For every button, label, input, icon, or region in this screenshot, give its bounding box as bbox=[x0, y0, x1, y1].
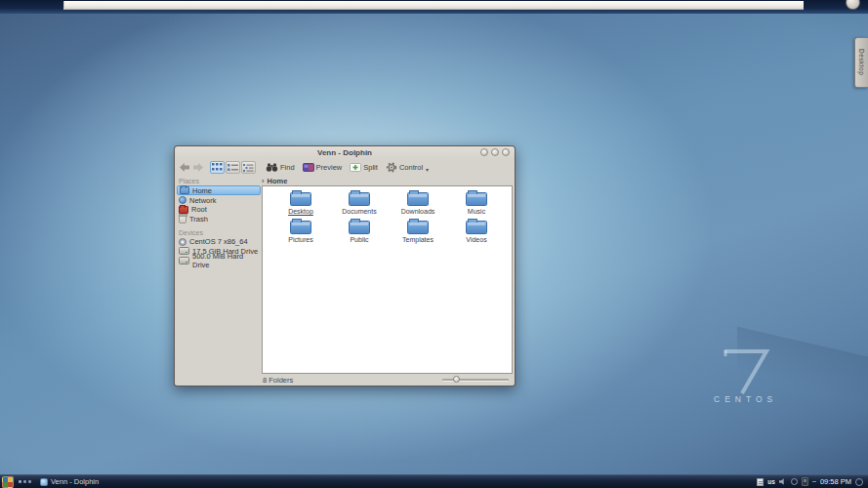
sidebar-item-label: 500.0 MiB Hard Drive bbox=[192, 252, 261, 269]
sidebar-item-home[interactable]: Home bbox=[177, 185, 261, 195]
maximize-button[interactable] bbox=[491, 148, 499, 156]
folder-label: Downloads bbox=[401, 208, 435, 215]
compact-view-icon bbox=[227, 163, 238, 172]
preview-label: Preview bbox=[316, 163, 343, 172]
preview-image-icon bbox=[303, 163, 314, 172]
split-label: Split bbox=[363, 163, 378, 172]
folder-icon bbox=[466, 192, 487, 206]
taskbar-panel: Venn - Dolphin us 09:58 PM bbox=[0, 474, 868, 488]
sidebar-item-hdd-500mib[interactable]: 500.0 MiB Hard Drive bbox=[177, 256, 261, 264]
folder-view: Desktop Documents Downloads Music Pictur… bbox=[262, 185, 513, 374]
details-view-icon bbox=[243, 163, 254, 172]
status-summary: 8 Folders bbox=[263, 376, 293, 385]
root-folder-icon bbox=[179, 206, 188, 214]
hard-drive-icon bbox=[179, 257, 189, 264]
forward-icon[interactable] bbox=[193, 163, 203, 172]
desktop-edge-tab[interactable]: Desktop bbox=[854, 37, 868, 88]
view-mode-group bbox=[210, 161, 256, 174]
folder-item[interactable]: Videos bbox=[447, 219, 506, 247]
places-header: Places bbox=[179, 178, 261, 184]
folder-label: Templates bbox=[402, 236, 434, 243]
window-titlebar[interactable]: Venn - Dolphin bbox=[175, 146, 515, 159]
volume-icon[interactable] bbox=[779, 478, 787, 486]
trash-icon bbox=[179, 215, 186, 224]
home-folder-icon bbox=[180, 186, 189, 194]
tray-expander-icon[interactable] bbox=[812, 481, 816, 483]
offscreen-window-edge[interactable] bbox=[63, 1, 804, 10]
centos-watermark-seven bbox=[721, 342, 777, 394]
status-bar: 8 Folders bbox=[175, 373, 515, 386]
dolphin-window: Venn - Dolphin bbox=[174, 145, 516, 386]
desktop-edge-tab-label: Desktop bbox=[858, 49, 865, 75]
folder-item[interactable]: Public bbox=[330, 219, 389, 247]
split-view-icon bbox=[350, 163, 361, 172]
folder-item[interactable]: Documents bbox=[330, 190, 389, 219]
folder-label: Pictures bbox=[288, 236, 312, 243]
chevron-down-icon: ▾ bbox=[426, 166, 429, 173]
folder-icon bbox=[349, 221, 370, 234]
folder-label: Desktop bbox=[288, 208, 313, 215]
notifications-icon[interactable] bbox=[791, 478, 798, 485]
back-icon[interactable] bbox=[180, 163, 189, 172]
folder-item[interactable]: Downloads bbox=[389, 190, 447, 219]
sidebar-item-network[interactable]: Network bbox=[177, 196, 261, 205]
taskbar-task-dolphin[interactable]: Venn - Dolphin bbox=[40, 477, 99, 486]
sidebar-item-root[interactable]: Root bbox=[177, 205, 261, 214]
sidebar-item-centos-disc[interactable]: CentOS 7 x86_64 bbox=[177, 237, 261, 246]
sidebar-item-trash[interactable]: Trash bbox=[177, 215, 261, 224]
window-controls bbox=[480, 148, 510, 156]
breadcrumb-location[interactable]: Home bbox=[268, 177, 288, 185]
sidebar-item-label: Home bbox=[192, 186, 212, 195]
dolphin-task-icon bbox=[40, 478, 48, 486]
binoculars-icon bbox=[266, 163, 278, 172]
compact-view-button[interactable] bbox=[226, 161, 240, 174]
find-label: Find bbox=[280, 163, 295, 172]
folder-icon bbox=[407, 221, 429, 234]
folder-item[interactable]: Templates bbox=[389, 219, 447, 247]
sidebar-item-label: CentOS 7 x86_64 bbox=[189, 237, 248, 246]
find-button[interactable]: Find bbox=[264, 163, 297, 172]
pager-dots-icon[interactable] bbox=[19, 480, 32, 483]
preview-button[interactable]: Preview bbox=[301, 163, 345, 172]
breadcrumb[interactable]: › Home bbox=[262, 177, 287, 185]
folder-grid: Desktop Documents Downloads Music Pictur… bbox=[263, 186, 512, 247]
app-launcher-icon[interactable] bbox=[2, 476, 14, 488]
sidebar-item-label: Network bbox=[189, 196, 217, 205]
control-label: Control bbox=[399, 163, 423, 172]
sidebar-item-label: Root bbox=[191, 205, 207, 214]
keyboard-layout-indicator[interactable]: us bbox=[767, 478, 775, 485]
folder-icon bbox=[466, 221, 487, 234]
zoom-slider[interactable] bbox=[442, 379, 509, 382]
hard-drive-icon bbox=[179, 247, 189, 255]
folder-item[interactable]: Desktop bbox=[271, 190, 330, 219]
folder-icon bbox=[407, 192, 429, 206]
minimize-button[interactable] bbox=[480, 148, 488, 156]
folder-icon bbox=[290, 192, 311, 206]
zoom-slider-handle[interactable] bbox=[453, 376, 460, 383]
folder-label: Documents bbox=[342, 208, 376, 215]
breadcrumb-chevron-icon: › bbox=[262, 177, 265, 185]
folder-item[interactable]: Music bbox=[447, 190, 506, 219]
task-label: Venn - Dolphin bbox=[51, 477, 99, 486]
close-button[interactable] bbox=[502, 148, 510, 156]
folder-item[interactable]: Pictures bbox=[271, 219, 330, 247]
network-globe-icon bbox=[179, 196, 186, 204]
panel-toolbox-icon[interactable] bbox=[855, 478, 863, 486]
window-title: Venn - Dolphin bbox=[317, 148, 372, 157]
clipboard-icon[interactable] bbox=[757, 478, 764, 486]
sidebar-item-label: Trash bbox=[189, 215, 208, 224]
split-button[interactable]: Split bbox=[348, 163, 380, 172]
folder-label: Music bbox=[468, 208, 485, 215]
devices-header: Devices bbox=[179, 229, 261, 236]
folder-label: Videos bbox=[466, 236, 486, 243]
control-button[interactable]: Control ▾ bbox=[384, 162, 431, 173]
system-tray: us 09:58 PM bbox=[757, 477, 868, 486]
details-view-button[interactable] bbox=[241, 161, 256, 174]
clock[interactable]: 09:58 PM bbox=[820, 477, 851, 486]
device-notifier-icon[interactable] bbox=[802, 477, 808, 486]
gear-icon bbox=[386, 162, 397, 173]
places-panel: Places Home Network Root Trash Devices C… bbox=[177, 177, 261, 265]
folder-icon bbox=[290, 221, 311, 234]
icons-view-button[interactable] bbox=[210, 161, 225, 174]
folder-label: Public bbox=[350, 236, 368, 243]
